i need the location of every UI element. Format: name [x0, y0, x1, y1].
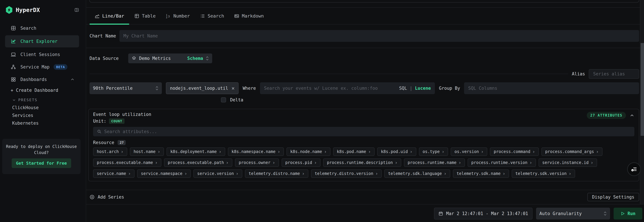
- metric-chip[interactable]: nodejs.event_loop.util ✕: [166, 82, 238, 94]
- alias-label: Alias: [572, 71, 585, 76]
- aggregation-select[interactable]: 90th Percentile: [90, 82, 162, 94]
- metric-description: Event loop utilization: [93, 112, 151, 117]
- attribute-chip[interactable]: process.owner›: [235, 158, 279, 167]
- feedback-widget-button[interactable]: [628, 163, 640, 176]
- preset-kubernetes[interactable]: Kubernetes: [0, 119, 86, 127]
- table-icon: [134, 13, 140, 18]
- attribute-chip[interactable]: process.pid›: [282, 158, 321, 167]
- granularity-select[interactable]: Auto Granularity: [536, 208, 610, 220]
- attribute-chip-label: k8s.node.name: [290, 149, 322, 154]
- chart-name-input[interactable]: [124, 33, 635, 38]
- preset-services[interactable]: Services: [0, 112, 86, 119]
- create-dashboard-button[interactable]: + Create Dashboard: [11, 88, 58, 93]
- attribute-chip[interactable]: os.type›: [419, 147, 448, 156]
- unit-badge: COUNT: [109, 118, 124, 124]
- run-button[interactable]: Run: [614, 208, 642, 220]
- attribute-chip[interactable]: k8s.namespace.name›: [228, 147, 284, 156]
- attribute-group-label: Resource: [93, 140, 114, 145]
- select-chevrons-icon: [206, 56, 209, 61]
- delta-checkbox[interactable]: [221, 97, 226, 102]
- attribute-chip-label: os.version: [454, 149, 479, 154]
- attribute-chip[interactable]: k8s.deployment.name›: [166, 147, 225, 156]
- select-chevrons-icon: [156, 86, 158, 91]
- attribute-chip-label: telemetry.distro.name: [249, 171, 300, 176]
- sidebar-item-service-map[interactable]: Service Map BETA: [5, 61, 79, 73]
- sidebar-item-dashboards[interactable]: Dashboards: [5, 73, 79, 85]
- attribute-chip-label: service.name: [97, 171, 126, 176]
- attribute-chip[interactable]: process.command›: [490, 147, 538, 156]
- attribute-chip-label: process.runtime.name: [408, 160, 456, 165]
- chevron-down-icon: [12, 98, 16, 102]
- where-search-input[interactable]: [264, 86, 396, 91]
- tab-table[interactable]: Table: [129, 7, 161, 24]
- time-range-value: Mar 2 12:47:01 - Mar 2 13:47:01: [446, 211, 528, 216]
- attribute-chip[interactable]: telemetry.sdk.language›: [384, 169, 450, 178]
- attribute-chip[interactable]: telemetry.sdk.version›: [512, 169, 575, 178]
- attribute-chip[interactable]: host.arch›: [93, 147, 127, 156]
- attribute-chip[interactable]: service.name›: [93, 169, 134, 178]
- attribute-chip[interactable]: process.runtime.description›: [323, 158, 401, 167]
- attribute-chip-label: process.owner: [239, 160, 270, 165]
- app-title: HyperDX: [16, 6, 40, 13]
- attribute-chip[interactable]: os.version›: [451, 147, 487, 156]
- attribute-chip-label: service.version: [197, 171, 234, 176]
- layers-icon: [132, 56, 136, 61]
- hyperdx-logo-icon: [6, 6, 13, 14]
- time-range-picker[interactable]: Mar 2 12:47:01 - Mar 2 13:47:01: [434, 208, 532, 220]
- attribute-chip[interactable]: telemetry.sdk.name›: [453, 169, 509, 178]
- attribute-chip[interactable]: k8s.node.name›: [286, 147, 330, 156]
- scrollbar-thumb[interactable]: [640, 43, 644, 136]
- sidebar-item-client-sessions[interactable]: Client Sessions: [5, 48, 79, 61]
- presets-toggle[interactable]: PRESETS: [12, 98, 38, 102]
- attributes-count-badge: 27 ATTRIBUTES: [587, 112, 626, 119]
- attribute-chip[interactable]: service.version›: [194, 169, 242, 178]
- attribute-chip[interactable]: k8s.pod.uid›: [377, 147, 416, 156]
- attribute-chip-label: os.type: [423, 149, 440, 154]
- attribute-chip-label: telemetry.sdk.name: [457, 171, 500, 176]
- attribute-chip[interactable]: service.namespace›: [137, 169, 191, 178]
- attribute-chip-label: host.arch: [97, 149, 119, 154]
- attribute-chip-label: k8s.pod.uid: [381, 149, 408, 154]
- close-icon[interactable]: ✕: [232, 86, 234, 91]
- display-settings-button[interactable]: Display Settings: [588, 193, 639, 201]
- attribute-chip[interactable]: process.command_args›: [542, 147, 602, 156]
- chevron-right-icon: ›: [395, 160, 398, 165]
- sidebar-item-search[interactable]: Search: [5, 22, 79, 34]
- chevron-up-icon[interactable]: [630, 113, 634, 118]
- sidebar-item-chart-explorer[interactable]: Chart Explorer: [5, 35, 79, 47]
- schema-link[interactable]: Schema: [187, 56, 203, 61]
- delta-label: Delta: [230, 97, 243, 102]
- attribute-chip[interactable]: host.name›: [130, 147, 164, 156]
- attribute-chip[interactable]: service.instance.id›: [538, 158, 597, 167]
- attribute-chip[interactable]: process.runtime.version›: [468, 158, 536, 167]
- attribute-chip[interactable]: telemetry.distro.version›: [311, 169, 382, 178]
- tab-markdown[interactable]: Markdown: [229, 7, 269, 24]
- attribute-chip[interactable]: process.runtime.name›: [404, 158, 465, 167]
- get-started-button[interactable]: Get Started for Free: [12, 158, 71, 168]
- query-language-toggle[interactable]: SQL | Lucene: [399, 86, 431, 91]
- calendar-icon: [438, 211, 443, 216]
- chevron-right-icon: ›: [368, 149, 371, 154]
- tab-search[interactable]: Search: [195, 7, 229, 24]
- search-attributes-input[interactable]: [104, 129, 630, 134]
- attribute-chip[interactable]: process.executable.path›: [164, 158, 232, 167]
- preset-clickhouse[interactable]: ClickHouse: [0, 104, 86, 112]
- attribute-chip-label: telemetry.sdk.language: [388, 171, 442, 176]
- chevron-right-icon: ›: [219, 149, 222, 154]
- where-label: Where: [242, 86, 256, 91]
- scrollbar[interactable]: [640, 0, 644, 204]
- collapse-sidebar-icon[interactable]: [74, 7, 79, 12]
- add-series-button[interactable]: Add Series: [90, 195, 124, 200]
- series-alias-input[interactable]: [593, 71, 635, 76]
- line-chart-icon: [94, 13, 100, 18]
- data-source-select[interactable]: Demo Metrics Schema: [128, 53, 212, 63]
- attribute-chip[interactable]: k8s.pod.name›: [333, 147, 374, 156]
- tab-line-bar[interactable]: Line/Bar: [90, 7, 129, 24]
- tab-number[interactable]: 123 Number: [161, 7, 195, 24]
- attribute-chip[interactable]: process.executable.name›: [93, 158, 161, 167]
- chart-preview-cutoff: [89, 0, 639, 2]
- metric-attributes-panel: Event loop utilization Unit: COUNT 27 AT…: [88, 109, 639, 181]
- group-by-input[interactable]: [468, 86, 635, 91]
- dashboards-icon: [11, 77, 16, 82]
- attribute-chip[interactable]: telemetry.distro.name›: [245, 169, 308, 178]
